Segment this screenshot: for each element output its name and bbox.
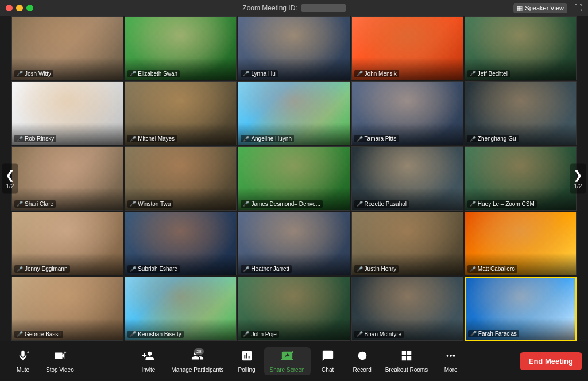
muted-mic-icon: 🎤 bbox=[470, 201, 476, 207]
video-cell[interactable]: 🎤Jenny Eggimann bbox=[11, 212, 123, 276]
polling-icon bbox=[241, 349, 253, 365]
record-button[interactable]: Record bbox=[345, 347, 380, 375]
muted-mic-icon: 🎤 bbox=[130, 331, 136, 337]
muted-mic-icon: 🎤 bbox=[130, 136, 136, 142]
invite-button[interactable]: Invite bbox=[131, 347, 165, 375]
breakout-rooms-icon bbox=[400, 349, 413, 365]
video-cell[interactable]: 🎤Winston Twu bbox=[125, 146, 237, 211]
end-meeting-button[interactable]: End Meeting bbox=[520, 352, 582, 370]
video-cell[interactable]: 🎤Tamara Pitts bbox=[351, 81, 463, 146]
participant-name: 🎤Huey Le – Zoom CSM bbox=[467, 200, 537, 208]
mute-icon: ▲ bbox=[17, 349, 29, 365]
participant-name: 🎤Winston Twu bbox=[127, 200, 173, 208]
video-cell[interactable]: 🎤Zhenghang Gu bbox=[465, 81, 577, 146]
video-cell[interactable]: 🎤Mitchel Mayes bbox=[125, 81, 237, 146]
video-cell[interactable]: 🎤Heather Jarrett bbox=[238, 212, 350, 276]
muted-mic-icon: 🎤 bbox=[243, 201, 249, 207]
close-button[interactable] bbox=[6, 5, 13, 11]
speaker-view-controls: ▦ Speaker View ⛶ bbox=[513, 3, 582, 13]
participant-name: 🎤Brian McIntyre bbox=[354, 331, 404, 338]
breakout-rooms-button[interactable]: Breakout Rooms bbox=[380, 347, 434, 375]
toolbar-left: ▲ Mute ▲ Stop Video bbox=[6, 347, 80, 375]
more-icon bbox=[444, 349, 457, 365]
speaker-view-button[interactable]: ▦ Speaker View bbox=[513, 3, 567, 13]
fullscreen-button[interactable]: ⛶ bbox=[574, 3, 582, 13]
video-cell[interactable]: 🎤Brian McIntyre bbox=[351, 277, 463, 341]
participant-name: 🎤Matt Caballero bbox=[467, 265, 517, 273]
video-cell[interactable]: 🎤Shari Clare bbox=[11, 146, 123, 211]
video-cell[interactable]: 🎤John Mensik bbox=[351, 16, 463, 80]
video-cell[interactable]: 🎤Josh Witty bbox=[11, 16, 123, 80]
participant-name: 🎤James Desmond– Denve... bbox=[241, 200, 323, 208]
participant-name: 🎤Subriah Esharc bbox=[127, 265, 179, 273]
muted-mic-icon: 🎤 bbox=[357, 136, 363, 142]
muted-mic-icon: 🎤 bbox=[470, 71, 476, 76]
video-grid: 🎤Josh Witty🎤Elizabeth Swan🎤Lynna Hu🎤John… bbox=[11, 16, 577, 341]
share-screen-icon: ▲ bbox=[281, 349, 293, 365]
video-cell[interactable]: 🎤Subriah Esharc bbox=[125, 212, 237, 276]
muted-mic-icon: 🎤 bbox=[17, 201, 23, 207]
muted-mic-icon: 🎤 bbox=[357, 331, 363, 337]
muted-mic-icon: 🎤 bbox=[470, 331, 477, 336]
meeting-title: Zoom Meeting ID: ··········· bbox=[242, 4, 345, 12]
participant-name: 🎤John Poje bbox=[241, 331, 278, 338]
participant-name: 🎤Justin Henry bbox=[354, 265, 399, 273]
muted-mic-icon: 🎤 bbox=[470, 136, 476, 142]
toolbar-center: Invite 28 Manage Participants Polling bbox=[131, 347, 468, 375]
video-cell[interactable]: 🎤John Poje bbox=[238, 277, 350, 341]
participant-name: 🎤Zhenghang Gu bbox=[467, 135, 519, 142]
more-button[interactable]: More bbox=[434, 347, 468, 375]
video-cell[interactable]: 🎤Rozette Pasahol bbox=[351, 146, 463, 211]
share-screen-button[interactable]: ▲ Share Screen bbox=[264, 347, 311, 375]
participant-name: 🎤Elizabeth Swan bbox=[127, 70, 180, 77]
participant-name: 🎤Angeline Huynh bbox=[241, 135, 294, 142]
maximize-button[interactable] bbox=[26, 5, 33, 11]
minimize-button[interactable] bbox=[16, 5, 23, 11]
participant-name: 🎤Josh Witty bbox=[14, 70, 53, 77]
muted-mic-icon: 🎤 bbox=[17, 136, 23, 142]
chat-button[interactable]: Chat bbox=[311, 347, 345, 375]
participant-name: 🎤Rob Rinsky bbox=[14, 135, 56, 142]
toolbar: ▲ Mute ▲ Stop Video Invite bbox=[0, 341, 588, 381]
mute-button[interactable]: ▲ Mute bbox=[6, 347, 40, 375]
video-icon: ▲ bbox=[53, 349, 66, 365]
polling-button[interactable]: Polling bbox=[230, 347, 264, 375]
video-cell[interactable]: 🎤Kerushan Bisetty bbox=[125, 277, 237, 341]
prev-page-button[interactable]: ❮ 1/2 bbox=[2, 164, 18, 194]
participant-name: 🎤Mitchel Mayes bbox=[127, 135, 177, 142]
next-page-button[interactable]: ❯ 1/2 bbox=[570, 164, 586, 194]
toolbar-right: End Meeting bbox=[520, 352, 582, 370]
participant-name: 🎤George Bassil bbox=[14, 331, 63, 338]
muted-mic-icon: 🎤 bbox=[470, 266, 476, 272]
manage-participants-button[interactable]: 28 Manage Participants bbox=[165, 347, 229, 375]
video-cell[interactable]: 🎤Matt Caballero bbox=[465, 212, 577, 276]
participant-name: 🎤Jeff Bechtel bbox=[467, 70, 510, 77]
traffic-lights bbox=[6, 5, 33, 11]
video-cell[interactable]: 🎤Rob Rinsky bbox=[11, 81, 123, 146]
record-icon bbox=[356, 349, 369, 365]
stop-video-button[interactable]: ▲ Stop Video bbox=[40, 347, 80, 375]
muted-mic-icon: 🎤 bbox=[243, 71, 249, 76]
muted-mic-icon: 🎤 bbox=[243, 266, 249, 272]
video-cell[interactable]: 🎤James Desmond– Denve... bbox=[238, 146, 350, 211]
participant-name: 🎤Jenny Eggimann bbox=[14, 265, 70, 273]
muted-mic-icon: 🎤 bbox=[130, 266, 136, 272]
video-cell[interactable]: 🎤Farah Faraclas bbox=[465, 277, 577, 341]
participant-name: 🎤Heather Jarrett bbox=[241, 265, 292, 273]
video-cell[interactable]: 🎤Jeff Bechtel bbox=[465, 16, 577, 80]
video-cell[interactable]: 🎤Justin Henry bbox=[351, 212, 463, 276]
muted-mic-icon: 🎤 bbox=[17, 266, 23, 272]
video-cell[interactable]: 🎤Lynna Hu bbox=[238, 16, 350, 80]
video-cell[interactable]: 🎤Angeline Huynh bbox=[238, 81, 350, 146]
participants-icon: 28 bbox=[191, 349, 204, 365]
video-cell[interactable]: 🎤Elizabeth Swan bbox=[125, 16, 237, 80]
titlebar: Zoom Meeting ID: ··········· ▦ Speaker V… bbox=[0, 0, 588, 16]
video-cell[interactable]: 🎤George Bassil bbox=[11, 277, 123, 341]
muted-mic-icon: 🎤 bbox=[357, 71, 363, 76]
invite-icon bbox=[142, 349, 154, 365]
video-cell[interactable]: 🎤Huey Le – Zoom CSM bbox=[465, 146, 577, 211]
participant-name: 🎤Farah Faraclas bbox=[468, 330, 519, 337]
participant-name: 🎤Rozette Pasahol bbox=[354, 200, 409, 208]
participant-name: 🎤Shari Clare bbox=[14, 200, 56, 208]
participant-name: 🎤Kerushan Bisetty bbox=[127, 331, 184, 338]
